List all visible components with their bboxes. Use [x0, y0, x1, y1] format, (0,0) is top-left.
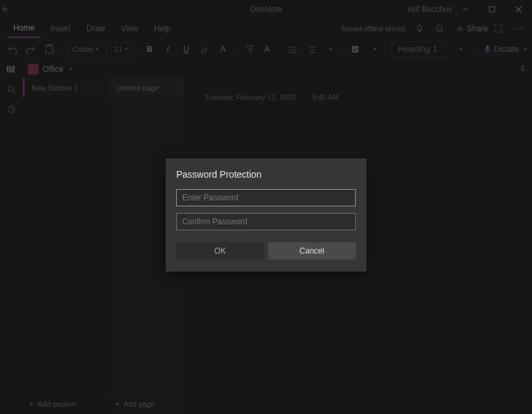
ok-button[interactable]: OK — [176, 242, 264, 260]
cancel-button[interactable]: Cancel — [268, 242, 356, 260]
dialog-title: Password Protection — [176, 169, 356, 180]
confirm-password-input[interactable] — [176, 213, 356, 230]
enter-password-input[interactable] — [176, 189, 356, 206]
password-protection-dialog: Password Protection OK Cancel — [166, 158, 366, 272]
